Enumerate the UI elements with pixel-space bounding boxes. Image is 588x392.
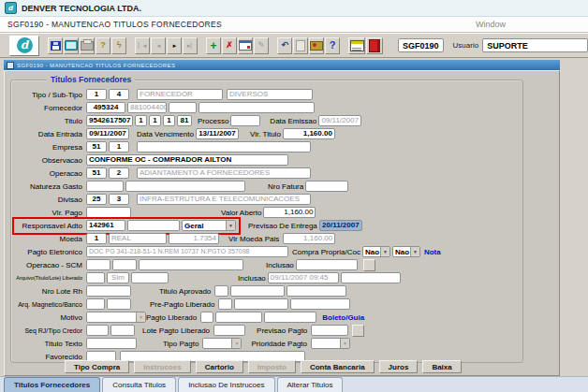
tab-inclusao-de-instrucoes[interactable]: Inclusao De Instrucoes [178,377,274,392]
empresa-filial-field[interactable]: 1 [109,141,129,152]
denver-logo-button[interactable]: d [9,36,39,56]
user-field[interactable]: SUPORTE [482,38,588,52]
fornecedor-extra-field[interactable] [169,102,197,113]
responsavel-nome-field[interactable] [127,220,180,231]
menu-button[interactable] [348,37,365,54]
natureza-gasto-desc-field[interactable] [125,181,245,192]
fornecedor-field[interactable]: 495324 [86,102,125,113]
window-menu[interactable]: Window [476,20,506,29]
wand-button[interactable]: ϟ [111,37,126,54]
empresa-field[interactable]: 51 [86,141,107,152]
tab-consulta-titulos[interactable]: Consulta Titulos [102,377,176,392]
operacao-sub-field[interactable]: 2 [109,167,129,179]
moeda-field[interactable]: 1 [86,233,107,244]
previsao-entrega-field[interactable]: 20/11/2007 [319,220,362,231]
last-record-button[interactable]: ►▏ [183,37,198,54]
tipo-credor-field[interactable] [110,325,135,336]
motivo-combo[interactable]: ▼ [86,312,146,323]
vlr-titulo-field[interactable]: 1,160.00 [283,128,335,139]
divisao-field[interactable]: 25 [86,194,107,205]
titulo-aprovado-field1[interactable] [230,285,285,297]
operacao-scm-field1[interactable] [86,259,110,270]
browse-button[interactable] [363,259,375,271]
titulo-parte2-field[interactable]: 1 [149,115,161,126]
nro-fatura-field[interactable] [305,181,348,192]
cartorio-button[interactable]: Cartorio [196,360,243,373]
program-code-field[interactable]: SGF0190 [398,38,444,52]
nota-link[interactable]: Nota [424,248,441,256]
clipboard-button[interactable] [293,37,308,54]
inclusao-scm-field[interactable] [296,259,358,270]
operacao-field[interactable]: 51 [86,167,107,179]
imposto-button: Imposto [248,360,296,373]
titulo-parte1-field[interactable]: 1 [135,115,147,126]
arq-banco-field[interactable] [107,298,131,310]
responsavel-adto-field[interactable]: 142961 [86,220,125,231]
execute-query-button[interactable] [238,37,253,54]
row-pagto-eletronico: Pagto Eletronico DOC PG 341-218-51-1 N.R… [15,246,522,257]
compra-propria-combo[interactable]: Nao ▼ [362,246,390,257]
titulo-parte3-field[interactable]: 1 [163,115,175,126]
display-error-button[interactable] [309,37,324,54]
baixa-button[interactable]: Baixa [422,360,461,373]
fornecedor-nome-field[interactable] [198,102,315,113]
pre-pagto-field1[interactable] [234,298,288,310]
screen-button[interactable] [64,37,79,54]
pagto-liberado-flag-field[interactable] [200,312,213,323]
insert-record-button[interactable]: + [206,37,221,54]
processo-field[interactable] [230,115,260,126]
data-entrada-field[interactable]: 09/11/2007 [86,128,129,139]
print-button[interactable] [80,37,95,54]
lote-pagto-field[interactable] [213,325,245,336]
empresa-desc-field[interactable] [137,141,311,152]
conta-bancaria-button[interactable]: Conta Bancaria [301,360,375,373]
data-vencimento-field[interactable]: 13/11/2007 [196,128,239,139]
tab-titulos-fornecedores[interactable]: Titulos Fornecedores [4,377,100,392]
bottom-tab-bar: Titulos Fornecedores Consulta Titulos In… [0,376,588,392]
titulo-parte4-field[interactable]: 81 [177,115,192,126]
compra-coc-combo[interactable]: Nao ▼ [392,246,420,257]
previsao-pagto-field[interactable] [311,325,348,336]
browse-button-2[interactable] [352,325,364,337]
subtipo-field[interactable]: 4 [109,89,129,100]
arq-magnetico-field[interactable] [86,298,105,310]
divisao-sub-field[interactable]: 3 [109,194,129,205]
next-record-button[interactable]: ► [167,37,182,54]
pagto-liberado-field1[interactable] [215,312,262,323]
data-entrada-label: Data Entrada [15,130,84,138]
responsavel-tipo-combo[interactable]: Geral ▼ [182,220,236,231]
inclusao-extra-field[interactable] [341,272,401,283]
arquivo-lote-field[interactable] [131,272,169,283]
save-button[interactable] [48,37,63,54]
nro-lote-rh-field[interactable] [86,285,131,297]
pre-pagto-field2[interactable] [290,298,350,310]
juros-button[interactable]: Juros [379,360,419,373]
titulo-aprovado-field2[interactable] [287,285,346,297]
operacao-scm-field2[interactable] [112,259,137,270]
tipo-compra-button[interactable]: Tipo Compra [65,360,129,373]
undo-button[interactable]: ↶ [277,37,292,54]
help-button[interactable]: ? [325,37,340,54]
titulo-texto-field[interactable] [86,338,137,349]
titulo-numero-field[interactable]: 9542617507 [86,115,133,126]
first-record-button[interactable]: ▏◄ [135,37,150,54]
previous-record-button[interactable]: ◄ [151,37,166,54]
operacao-scm-desc-field[interactable] [139,259,243,270]
arquivo-liberado-field[interactable] [86,272,105,283]
exit-button[interactable] [366,37,383,54]
titulo-aprovado-flag-field[interactable] [214,285,228,297]
pre-pagto-flag-field[interactable] [218,298,232,310]
groupbox-legend: Titulos Fornecedores [47,75,135,84]
pagto-liberado-field2[interactable] [264,312,316,323]
prioridade-pagto-combo[interactable]: ▼ [311,338,350,349]
observacao-field[interactable]: CONFORME OC - COMPRADOR AILTON [86,154,288,166]
tab-alterar-titulos[interactable]: Alterar Titulos [277,377,344,392]
natureza-gasto-field[interactable] [86,181,124,192]
seq-rj-field[interactable] [86,325,109,336]
tipo-pagto-combo[interactable]: ▼ [202,338,242,349]
help-topic-button[interactable]: ? [96,37,110,54]
boleto-guia-link[interactable]: Boleto/Guia [322,313,364,322]
tipo-field[interactable]: 1 [86,89,107,100]
enter-query-button[interactable]: ✎ [254,37,269,54]
delete-record-button[interactable]: ✗ [222,37,237,54]
